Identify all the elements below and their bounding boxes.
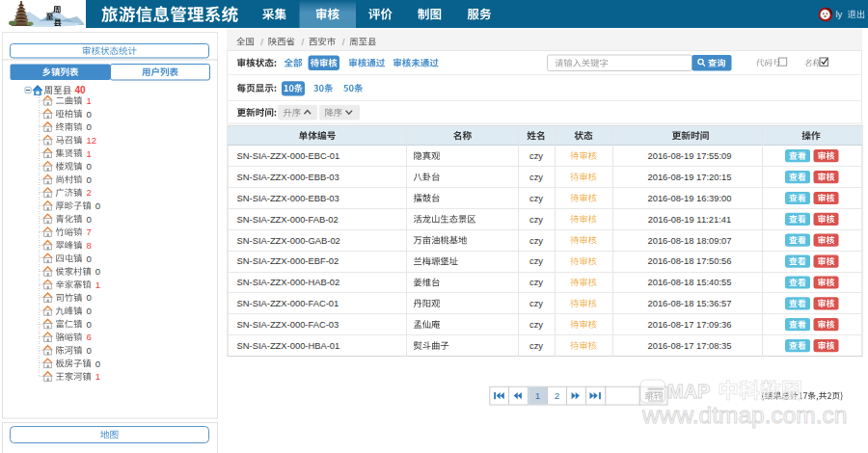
svg-text:SN-SIA-ZZX-000-HBA-01: SN-SIA-ZZX-000-HBA-01 bbox=[237, 340, 340, 351]
svg-text:czy: czy bbox=[529, 319, 543, 330]
svg-text:7: 7 bbox=[86, 226, 91, 237]
svg-text:1: 1 bbox=[95, 371, 100, 382]
svg-text:czy: czy bbox=[529, 150, 543, 161]
svg-text:0: 0 bbox=[86, 121, 91, 132]
svg-text:2016-08-18 18:09:07: 2016-08-18 18:09:07 bbox=[647, 235, 731, 246]
svg-text:0: 0 bbox=[86, 319, 91, 330]
svg-text:2016-08-17 17:09:36: 2016-08-17 17:09:36 bbox=[647, 319, 731, 330]
svg-text:2016-08-19 16:39:00: 2016-08-19 16:39:00 bbox=[647, 193, 731, 203]
svg-text:40: 40 bbox=[75, 85, 87, 95]
svg-text:czy: czy bbox=[529, 255, 543, 266]
svg-text:1: 1 bbox=[95, 280, 100, 290]
svg-text:/: / bbox=[302, 37, 305, 47]
svg-text:2: 2 bbox=[555, 390, 559, 401]
svg-text:2016-08-19 17:20:15: 2016-08-19 17:20:15 bbox=[647, 172, 731, 182]
svg-text:0: 0 bbox=[86, 174, 91, 185]
svg-text:0: 0 bbox=[95, 200, 100, 211]
svg-text:0: 0 bbox=[86, 161, 91, 172]
svg-text:SN-SIA-ZZX-000-EBB-03: SN-SIA-ZZX-000-EBB-03 bbox=[237, 193, 339, 203]
svg-text:ly: ly bbox=[836, 9, 843, 19]
svg-text:SN-SIA-ZZX-000-EBF-02: SN-SIA-ZZX-000-EBF-02 bbox=[237, 255, 339, 266]
svg-text:2016-08-19 11:21:41: 2016-08-19 11:21:41 bbox=[648, 214, 731, 225]
svg-text:1: 1 bbox=[86, 148, 91, 159]
svg-text:SN-SIA-ZZX-000-FAC-01: SN-SIA-ZZX-000-FAC-01 bbox=[237, 298, 339, 308]
svg-text:SN-SIA-ZZX-000-EBB-03: SN-SIA-ZZX-000-EBB-03 bbox=[237, 172, 339, 182]
svg-text:SN-SIA-ZZX-000-FAB-02: SN-SIA-ZZX-000-FAB-02 bbox=[237, 214, 339, 225]
svg-text:/: / bbox=[260, 37, 263, 47]
svg-text:1: 1 bbox=[86, 95, 91, 106]
svg-text:czy: czy bbox=[529, 277, 543, 287]
svg-text:0: 0 bbox=[86, 306, 91, 316]
svg-text:SN-SIA-ZZX-000-EBC-01: SN-SIA-ZZX-000-EBC-01 bbox=[237, 150, 340, 161]
svg-text:0: 0 bbox=[86, 345, 91, 356]
svg-text:8: 8 bbox=[86, 240, 91, 251]
svg-text:0: 0 bbox=[86, 214, 91, 225]
svg-text:/: / bbox=[342, 37, 345, 47]
svg-text:2016-08-18 17:50:56: 2016-08-18 17:50:56 bbox=[647, 255, 731, 266]
svg-text:czy: czy bbox=[529, 340, 543, 351]
svg-text:MAP: MAP bbox=[667, 381, 710, 402]
svg-text:0: 0 bbox=[86, 109, 91, 120]
svg-text:SN-SIA-ZZX-000-FAC-03: SN-SIA-ZZX-000-FAC-03 bbox=[237, 319, 339, 330]
svg-text:0: 0 bbox=[95, 266, 100, 277]
svg-text:www.dtmap.com.cn: www.dtmap.com.cn bbox=[641, 402, 847, 428]
svg-text:2016-08-18 15:40:55: 2016-08-18 15:40:55 bbox=[647, 277, 731, 287]
svg-text:SN-SIA-ZZX-000-GAB-02: SN-SIA-ZZX-000-GAB-02 bbox=[237, 235, 340, 246]
svg-text:czy: czy bbox=[529, 193, 543, 203]
svg-text:2: 2 bbox=[86, 187, 91, 198]
svg-text:0: 0 bbox=[86, 253, 91, 264]
svg-text:czy: czy bbox=[529, 172, 543, 182]
svg-text:czy: czy bbox=[529, 235, 543, 246]
svg-text:2016-08-19 17:55:09: 2016-08-19 17:55:09 bbox=[647, 150, 731, 161]
svg-text:czy: czy bbox=[529, 298, 543, 308]
svg-text:2016-08-17 17:08:35: 2016-08-17 17:08:35 bbox=[647, 340, 731, 351]
svg-text:2016-08-18 15:36:57: 2016-08-18 15:36:57 bbox=[647, 298, 731, 308]
svg-text:6: 6 bbox=[86, 332, 91, 342]
svg-text:czy: czy bbox=[529, 214, 543, 225]
svg-text:0: 0 bbox=[95, 359, 100, 369]
svg-text:1: 1 bbox=[535, 390, 540, 401]
svg-text:SN-SIA-ZZX-000-HAB-02: SN-SIA-ZZX-000-HAB-02 bbox=[237, 277, 340, 287]
svg-text:12: 12 bbox=[86, 135, 96, 146]
svg-text:0: 0 bbox=[86, 292, 91, 303]
